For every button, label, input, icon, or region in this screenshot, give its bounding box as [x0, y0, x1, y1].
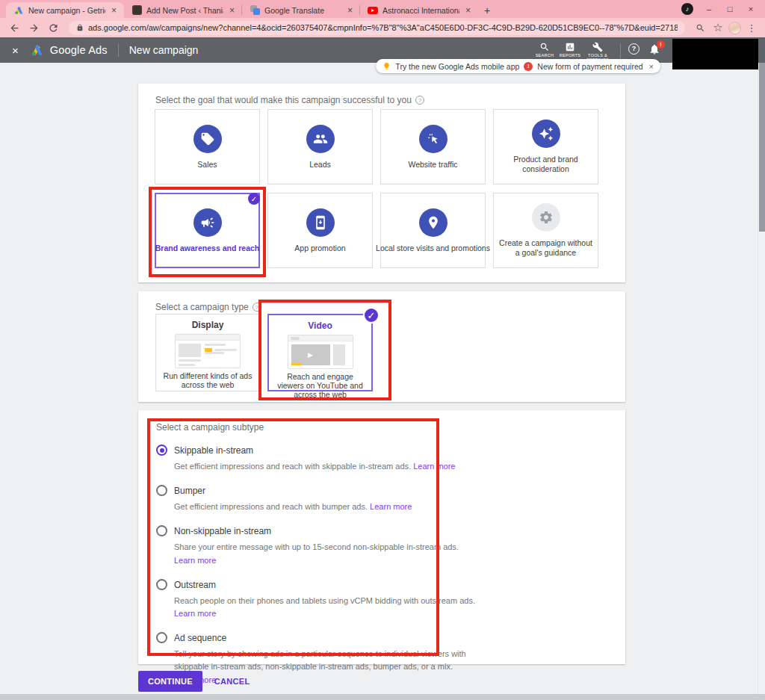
- help-icon[interactable]: ?: [253, 303, 261, 312]
- help-icon[interactable]: ?: [628, 43, 639, 55]
- video-ad-illustration: ▶: [288, 335, 353, 369]
- goal-card-no-goal-guidance[interactable]: Create a campaign without a goal's guida…: [493, 193, 598, 268]
- goal-panel-title: Select the goal that would make this cam…: [155, 95, 424, 105]
- tab-youtube[interactable]: Astronacci International - YouTu ×: [360, 2, 478, 18]
- wrench-icon: [592, 42, 603, 52]
- type-card-display[interactable]: Display Run different kinds of ads acros…: [155, 314, 260, 391]
- page-scrollbar[interactable]: [758, 63, 765, 694]
- goal-card-product-brand-consideration[interactable]: Product and brand consideration: [493, 109, 598, 185]
- page-title: New campaign: [129, 44, 199, 56]
- subtype-option-non-skippable: Non-skippable in-stream Share your entir…: [156, 525, 607, 567]
- learn-more-link[interactable]: Learn more: [174, 554, 488, 567]
- goal-selection-panel: Select the goal that would make this cam…: [138, 84, 625, 282]
- goal-card-app-promotion[interactable]: App promotion: [267, 193, 373, 268]
- tab-google-translate[interactable]: Google Translate ×: [242, 2, 360, 18]
- zoom-search-icon[interactable]: [693, 20, 707, 35]
- subtype-option-bumper: Bumper Get efficient impressions and rea…: [156, 485, 607, 513]
- type-card-video[interactable]: ✓ Video ▶ Reach and engage viewers on Yo…: [267, 314, 373, 391]
- cancel-button[interactable]: CANCEL: [214, 677, 250, 686]
- scrollbar-thumb[interactable]: [759, 63, 765, 232]
- subtype-label: Skippable in-stream: [174, 445, 253, 456]
- reports-nav[interactable]: REPORTS: [557, 42, 583, 58]
- type-description: Reach and engage viewers on YouTube and …: [273, 372, 367, 399]
- browser-menu-icon[interactable]: ⋮: [744, 20, 759, 35]
- profile-avatar[interactable]: [728, 22, 741, 34]
- close-window-button[interactable]: ×: [746, 4, 756, 13]
- play-icon: ▶: [308, 351, 313, 359]
- forward-icon[interactable]: [25, 19, 42, 36]
- type-panel-title: Select a campaign type ?: [155, 302, 261, 312]
- radio-unselected[interactable]: [156, 525, 167, 536]
- goal-label: Website traffic: [408, 160, 457, 170]
- google-ads-logo: [31, 43, 44, 57]
- goal-card-sales[interactable]: Sales: [155, 109, 260, 185]
- goal-card-website-traffic[interactable]: Website traffic: [380, 109, 486, 185]
- learn-more-link[interactable]: Learn more: [370, 502, 412, 511]
- window-bottom-edge: [0, 694, 765, 700]
- notifications-bell[interactable]: !: [648, 43, 660, 58]
- maximize-button[interactable]: □: [725, 4, 735, 13]
- subtype-option-skippable: Skippable in-stream Get efficient impres…: [156, 445, 607, 473]
- window-controls: ♪ – □ ×: [672, 0, 765, 18]
- minimize-button[interactable]: –: [704, 4, 714, 13]
- payment-alert-icon: !: [524, 62, 533, 71]
- payment-alert-text[interactable]: New form of payment required: [537, 62, 642, 71]
- tab-close-icon[interactable]: ×: [346, 5, 354, 16]
- browser-window: New campaign - Getrich - Googl × Add New…: [0, 0, 765, 700]
- goal-card-local-store-visits[interactable]: Local store visits and promotions: [380, 193, 486, 268]
- subtype-label: Non-skippable in-stream: [174, 526, 271, 536]
- tab-strip: New campaign - Getrich - Googl × Add New…: [0, 0, 765, 18]
- goal-label: Brand awareness and reach: [155, 244, 259, 253]
- subtype-label: Outstream: [174, 580, 216, 590]
- bookmark-star-icon[interactable]: ☆: [710, 20, 725, 35]
- tab-new-campaign[interactable]: New campaign - Getrich - Googl ×: [6, 2, 124, 18]
- lightbulb-icon: [382, 62, 391, 70]
- help-icon[interactable]: ?: [415, 96, 424, 105]
- tab-close-icon[interactable]: ×: [228, 5, 236, 16]
- media-controls-icon[interactable]: ♪: [681, 3, 693, 15]
- back-icon[interactable]: [6, 19, 22, 36]
- goal-card-brand-awareness[interactable]: ✓ Brand awareness and reach: [155, 193, 260, 268]
- brand-name: Google Ads: [50, 44, 108, 56]
- subtype-option-outstream: Outstream Reach people on their phones a…: [156, 579, 607, 620]
- url-bar[interactable]: ads.google.com/aw/campaigns/new?channel=…: [69, 21, 685, 35]
- radio-unselected[interactable]: [156, 579, 167, 590]
- learn-more-link[interactable]: Learn more: [174, 609, 216, 618]
- mobile-app-promo-text[interactable]: Try the new Google Ads mobile app: [395, 62, 519, 71]
- campaign-setup-page: Select the goal that would make this cam…: [0, 63, 765, 694]
- tag-icon: [193, 125, 222, 153]
- tab-close-icon[interactable]: ×: [110, 5, 118, 16]
- megaphone-icon: [193, 208, 222, 237]
- subtype-description: Share your entire message with up to 15-…: [174, 541, 488, 567]
- subtype-description: Reach people on their phones and tablets…: [174, 595, 488, 620]
- type-label: Display: [192, 320, 224, 330]
- youtube-favicon-icon: [368, 5, 378, 16]
- location-pin-icon: [419, 208, 447, 237]
- reload-icon[interactable]: [45, 19, 61, 36]
- dismiss-notification-icon[interactable]: ×: [649, 62, 654, 71]
- subtype-description: Get efficient impressions and reach with…: [174, 501, 488, 513]
- redacted-account-info: [672, 39, 758, 69]
- subtype-description: Get efficient impressions and reach with…: [174, 460, 488, 473]
- radio-unselected[interactable]: [156, 632, 167, 643]
- notification-bar: Try the new Google Ads mobile app ! New …: [376, 59, 660, 73]
- learn-more-link[interactable]: Learn more: [413, 462, 455, 471]
- subtype-label: Bumper: [174, 486, 205, 496]
- search-icon: [539, 42, 550, 52]
- new-tab-button[interactable]: +: [478, 2, 496, 18]
- tab-close-icon[interactable]: ×: [464, 5, 472, 16]
- continue-button[interactable]: CONTINUE: [138, 671, 202, 692]
- notification-badge: !: [657, 40, 665, 49]
- subtype-panel-title: Select a campaign subtype: [156, 422, 607, 433]
- radio-selected[interactable]: [156, 445, 167, 456]
- tab-add-new-post[interactable]: Add New Post ‹ ThaniaKhoe Digi ×: [124, 2, 242, 18]
- radio-unselected[interactable]: [156, 485, 167, 496]
- cursor-icon: [419, 125, 447, 153]
- goal-card-leads[interactable]: Leads: [267, 109, 373, 185]
- search-nav[interactable]: SEARCH: [532, 42, 557, 58]
- gear-icon: [532, 203, 560, 232]
- goal-label: App promotion: [294, 244, 345, 253]
- tab-title: Astronacci International - YouTu: [382, 6, 459, 15]
- close-campaign-icon[interactable]: ×: [12, 44, 19, 57]
- reports-chart-icon: [565, 42, 575, 52]
